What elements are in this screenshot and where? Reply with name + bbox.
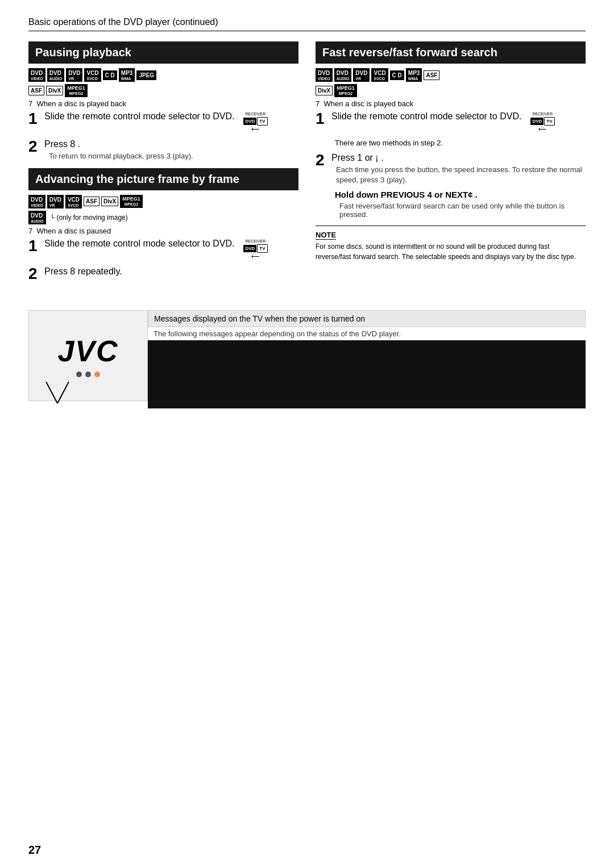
fast-reverse-badges: DVDVIDEO DVDAUDIO DVDVR VCDSVCD C D MP3W… [316, 68, 586, 82]
hold-sub-text: Fast reverse/fast forward search can be … [339, 202, 586, 219]
dot-2 [85, 372, 91, 377]
jvc-logo: JVC [57, 334, 118, 368]
advancing-step7: 7 When a disc is paused [28, 227, 298, 235]
badge-dvd-audio: DVDAUDIO [47, 68, 65, 82]
badge-dvd-video: DVDVIDEO [28, 68, 45, 82]
badge-cd-r: C D [390, 70, 404, 80]
pausing-badges: DVDVIDEO DVDAUDIO DVDVR VCDSVCD C D MP3W… [28, 68, 298, 82]
badge-asf: ASF [28, 86, 44, 95]
badge-dvd-vr-r: DVDVR [353, 68, 370, 82]
bottom-section: JVC Messages displayed on the TV w [28, 310, 586, 408]
left-column: Pausing playback DVDVIDEO DVDAUDIO DVDVR… [28, 41, 298, 287]
badge-dvd-video-2: DVDVIDEO [28, 195, 45, 208]
pausing-step7: 7 When a disc is played back [28, 99, 298, 108]
badge-dvd-audio-2: DVDAUDIO [28, 211, 46, 224]
jvc-tv-area: JVC Messages displayed on the TV w [28, 310, 586, 408]
fast-step2: 2 Press 1 or ¡ . Each time you press the… [316, 152, 586, 185]
badge-asf-2: ASF [84, 197, 99, 206]
note-text: For some discs, sound is intermittent or… [316, 241, 586, 262]
badge-mpeg1-2: MPEG1MPEG2 [65, 84, 88, 97]
badge-mp3: MP3WMA [119, 68, 135, 82]
badge-vcd: VCDSVCD [84, 68, 101, 82]
badge-divx-r: DivX [316, 86, 333, 95]
fast-step7: 7 When a disc is played back [316, 99, 586, 108]
badge-dvd-audio-r: DVDAUDIO [334, 68, 352, 82]
badge-cd: C D [103, 70, 117, 80]
badge-vcd-r: VCDSVCD [371, 68, 388, 82]
svg-line-0 [46, 382, 57, 403]
badge-mp3-r: MP3WMA [406, 68, 422, 82]
arrow-indicator [40, 382, 74, 406]
badge-jpeg: JPEG [136, 70, 156, 80]
pausing-remote-icon: RECEIVER DVD TV ⟵ [243, 111, 267, 133]
svg-line-1 [57, 382, 69, 403]
badge-dvd-vr-2: DVDVR [47, 195, 64, 208]
badge-asf-r: ASF [424, 70, 439, 80]
tv-message-bar: Messages displayed on the TV when the po… [148, 310, 586, 327]
fast-there-text: There are two methods in step 2. [335, 138, 586, 148]
header-title: Basic operations of the DVD player (cont… [28, 17, 218, 27]
fast-reverse-badges-2: DivX MPEG1MPEG2 [316, 84, 586, 97]
tv-message-sub: The following messages appear depending … [148, 327, 586, 340]
badge-mpeg1-2-r: MPEG1MPEG2 [334, 84, 357, 97]
advancing-badges: DVDVIDEO DVDVR VCDSVCD ASF DivX MPEG1MPE… [28, 195, 298, 208]
fast-step2-sub1: Each time you press the button, the spee… [336, 165, 586, 185]
badge-mpeg1-2-2: MPEG1MPEG2 [120, 195, 143, 208]
advancing-header: Advancing the picture frame by frame [28, 168, 298, 190]
pausing-header: Pausing playback [28, 41, 298, 64]
dot-1 [76, 372, 82, 377]
note-section: NOTE For some discs, sound is intermitte… [316, 226, 586, 262]
pausing-step2: 2 Press 8 . To return to normal playback… [28, 138, 298, 161]
page-header: Basic operations of the DVD player (cont… [28, 17, 586, 31]
note-label: NOTE [316, 231, 336, 240]
advancing-step1: 1 Slide the remote control mode selector… [28, 237, 298, 261]
tv-black-screen [148, 340, 586, 408]
pausing-badges-2: ASF DivX MPEG1MPEG2 [28, 84, 298, 97]
advancing-audio-note: └ (only for moving image) [50, 214, 128, 222]
fast-remote-icon: RECEIVER DVD TV ⟵ [530, 111, 554, 133]
tv-screen-area: Messages displayed on the TV when the po… [148, 310, 586, 408]
hold-down-section: Hold down PREVIOUS 4 or NEXT¢ . Fast rev… [335, 190, 586, 219]
fast-step1: 1 Slide the remote control mode selector… [316, 110, 586, 133]
right-column: Fast reverse/fast forward search DVDVIDE… [316, 41, 586, 287]
badge-dvd-vr: DVDVR [66, 68, 82, 82]
fast-reverse-header: Fast reverse/fast forward search [316, 41, 586, 64]
badge-vcd-2: VCDSVCD [65, 195, 82, 208]
badge-divx-2: DivX [101, 197, 118, 206]
jvc-logo-box: JVC [28, 310, 148, 401]
advancing-step2: 2 Press 8 repeatedly. [28, 265, 298, 283]
dot-3 [94, 372, 100, 377]
hold-down-text: Hold down PREVIOUS 4 or NEXT¢ . [335, 190, 586, 199]
jvc-dots [76, 372, 100, 377]
badge-divx: DivX [46, 86, 63, 95]
advancing-remote-icon: RECEIVER DVD TV ⟵ [243, 239, 267, 261]
badge-dvd-video-r: DVDVIDEO [316, 68, 333, 82]
pausing-step1: 1 Slide the remote control mode selector… [28, 110, 298, 133]
advancing-badges-2: DVDAUDIO └ (only for moving image) [28, 211, 298, 224]
pausing-step2-sub: To return to normal playback, press 3 (p… [49, 151, 298, 161]
page-number: 27 [28, 844, 41, 857]
